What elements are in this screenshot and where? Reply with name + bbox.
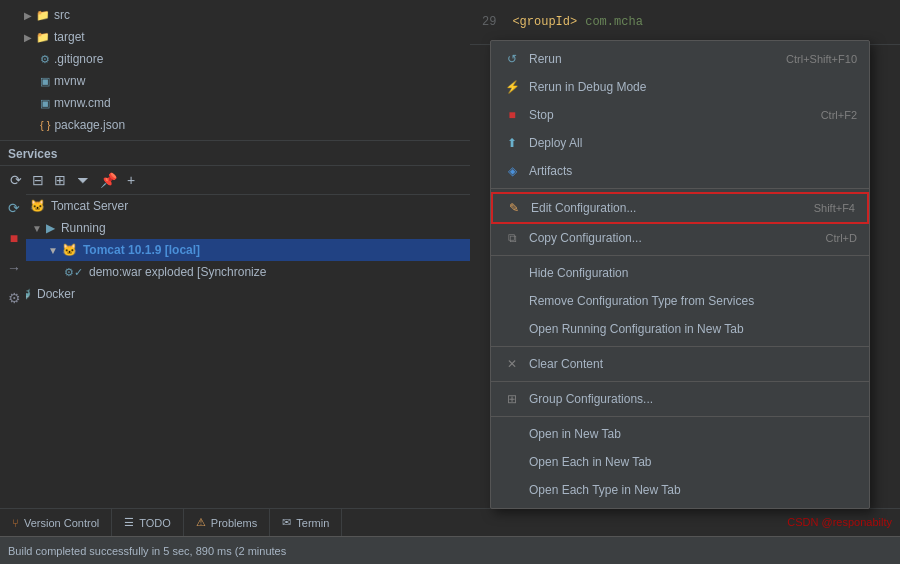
menu-shortcut: Ctrl+F2 (821, 109, 857, 121)
tree-item-label: src (54, 8, 70, 22)
toolbar-refresh-btn[interactable]: ⟳ (8, 170, 24, 190)
menu-shortcut: Ctrl+D (826, 232, 857, 244)
service-running[interactable]: ▼ ▶ Running (0, 217, 470, 239)
menu-separator-5 (491, 416, 869, 417)
menu-item-label: Open Running Configuration in New Tab (529, 322, 744, 336)
context-menu: ↺ Rerun Ctrl+Shift+F10 ⚡ Rerun in Debug … (490, 40, 870, 509)
file-icon: ⚙ (40, 53, 50, 66)
rerun-icon: ↺ (503, 50, 521, 68)
menu-item-label: Remove Configuration Type from Services (529, 294, 754, 308)
file-icon: ▣ (40, 75, 50, 88)
tomcat-icon: 🐱 (62, 243, 77, 257)
menu-item-label: Artifacts (529, 164, 572, 178)
new-tab-icon (503, 425, 521, 443)
folder-icon: 📁 (36, 9, 50, 22)
tree-item-target[interactable]: ▶ 📁 target (0, 26, 470, 48)
tab-label: Version Control (24, 517, 99, 529)
run-icon: ▶ (46, 221, 55, 235)
service-label: Tomcat 10.1.9 [local] (83, 243, 200, 257)
artifacts-icon: ◈ (503, 162, 521, 180)
toolbar-group-btn[interactable]: ⊞ (52, 170, 68, 190)
menu-separator-3 (491, 346, 869, 347)
tree-item-package-json[interactable]: { } package.json (0, 114, 470, 136)
toolbar-pin-btn[interactable]: 📌 (98, 170, 119, 190)
folder-icon: 📁 (36, 31, 50, 44)
deploy-all-icon: ⬆ (503, 134, 521, 152)
service-tomcat-local[interactable]: ▼ 🐱 Tomcat 10.1.9 [local] (0, 239, 470, 261)
menu-item-label: Copy Configuration... (529, 231, 642, 245)
service-label: demo:war exploded [Synchronize (89, 265, 266, 279)
menu-item-artifacts[interactable]: ◈ Artifacts (491, 157, 869, 185)
todo-icon: ☰ (124, 516, 134, 529)
arrow-icon: ▶ (24, 10, 32, 21)
menu-item-rerun[interactable]: ↺ Rerun Ctrl+Shift+F10 (491, 45, 869, 73)
csdn-watermark: CSDN @responabilty (787, 516, 892, 528)
xml-content: com.mcha (585, 15, 643, 29)
menu-item-open-new-tab[interactable]: Open in New Tab (491, 420, 869, 448)
menu-item-deploy-all[interactable]: ⬆ Deploy All (491, 129, 869, 157)
menu-item-label: Clear Content (529, 357, 603, 371)
tab-label: Termin (296, 517, 329, 529)
arrow-sidebar-icon[interactable]: → (4, 258, 24, 278)
toolbar-collapse-btn[interactable]: ⊟ (30, 170, 46, 190)
file-tree: ▶ 📁 src ▶ 📁 target ⚙ .gitignore ▣ mvnw ▣… (0, 0, 470, 141)
each-type-icon (503, 481, 521, 499)
menu-item-label: Rerun in Debug Mode (529, 80, 646, 94)
menu-item-label: Open Each in New Tab (529, 455, 652, 469)
toolbar-add-btn[interactable]: + (125, 170, 137, 190)
file-icon: ▣ (40, 97, 50, 110)
menu-item-open-running[interactable]: Open Running Configuration in New Tab (491, 315, 869, 343)
left-panel: ▶ 📁 src ▶ 📁 target ⚙ .gitignore ▣ mvnw ▣… (0, 0, 470, 564)
clear-icon: ✕ (503, 355, 521, 373)
service-tomcat-server[interactable]: ▼ 🐱 Tomcat Server (0, 195, 470, 217)
menu-item-label: Deploy All (529, 136, 582, 150)
remove-icon (503, 292, 521, 310)
refresh-sidebar-icon[interactable]: ⟳ (4, 198, 24, 218)
tab-label: TODO (139, 517, 171, 529)
menu-item-label: Hide Configuration (529, 266, 628, 280)
menu-item-group-configs[interactable]: ⊞ Group Configurations... (491, 385, 869, 413)
each-tab-icon (503, 453, 521, 471)
tab-label: Problems (211, 517, 257, 529)
menu-item-label: Open Each Type in New Tab (529, 483, 681, 497)
tab-todo[interactable]: ☰ TODO (112, 509, 184, 537)
services-toolbar: ⟳ ⊟ ⊞ ⏷ 📌 + (0, 166, 470, 195)
menu-item-copy-config[interactable]: ⧉ Copy Configuration... Ctrl+D (491, 224, 869, 252)
menu-item-label: Edit Configuration... (531, 201, 636, 215)
service-docker[interactable]: 🐳 Docker (0, 283, 470, 305)
menu-item-label: Rerun (529, 52, 562, 66)
menu-shortcut: Shift+F4 (814, 202, 855, 214)
tab-problems[interactable]: ⚠ Problems (184, 509, 270, 537)
toolbar-filter-btn[interactable]: ⏷ (74, 170, 92, 190)
menu-item-edit-config[interactable]: ✎ Edit Configuration... Shift+F4 (491, 192, 869, 224)
menu-item-open-each-new-tab[interactable]: Open Each in New Tab (491, 448, 869, 476)
tree-item-src[interactable]: ▶ 📁 src (0, 4, 470, 26)
menu-item-label: Open in New Tab (529, 427, 621, 441)
tab-terminal[interactable]: ✉ Termin (270, 509, 342, 537)
menu-item-hide-config[interactable]: Hide Configuration (491, 259, 869, 287)
menu-item-rerun-debug[interactable]: ⚡ Rerun in Debug Mode (491, 73, 869, 101)
arrow-icon: ▶ (24, 32, 32, 43)
tree-item-mvnw-cmd[interactable]: ▣ mvnw.cmd (0, 92, 470, 114)
menu-separator-2 (491, 255, 869, 256)
tree-item-label: mvnw (54, 74, 85, 88)
tab-version-control[interactable]: ⑂ Version Control (0, 509, 112, 537)
service-label: Docker (37, 287, 75, 301)
menu-shortcut: Ctrl+Shift+F10 (786, 53, 857, 65)
arrow-icon: ▼ (32, 223, 42, 234)
menu-item-remove-config[interactable]: Remove Configuration Type from Services (491, 287, 869, 315)
tree-item-label: mvnw.cmd (54, 96, 111, 110)
settings-sidebar-icon[interactable]: ⚙ (4, 288, 24, 308)
menu-item-open-each-type[interactable]: Open Each Type in New Tab (491, 476, 869, 504)
menu-item-clear-content[interactable]: ✕ Clear Content (491, 350, 869, 378)
menu-item-stop[interactable]: ■ Stop Ctrl+F2 (491, 101, 869, 129)
stop-sidebar-icon[interactable]: ■ (4, 228, 24, 248)
tree-item-mvnw[interactable]: ▣ mvnw (0, 70, 470, 92)
xml-tag-open: <groupId> (512, 15, 577, 29)
tree-item-gitignore[interactable]: ⚙ .gitignore (0, 48, 470, 70)
open-icon (503, 320, 521, 338)
git-icon: ⑂ (12, 517, 19, 529)
edit-icon: ✎ (505, 199, 523, 217)
code-snippet: 29 <groupId> com.mcha (470, 0, 900, 45)
service-demo-war[interactable]: ⚙✓ demo:war exploded [Synchronize (0, 261, 470, 283)
